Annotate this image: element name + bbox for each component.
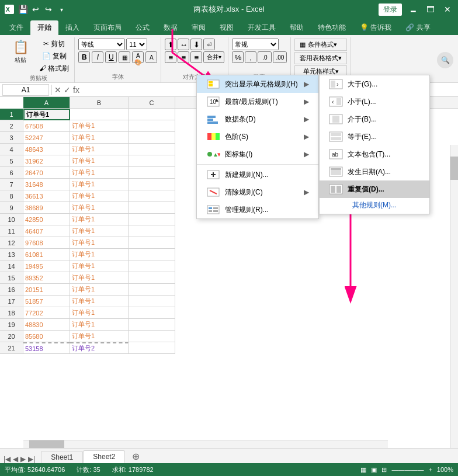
cell-c15[interactable] <box>129 272 175 284</box>
tab-file[interactable]: 文件 <box>2 20 30 35</box>
tab-home[interactable]: 开始 <box>30 20 58 35</box>
cell-b3[interactable]: 订单号1 <box>70 132 129 144</box>
cell-a16[interactable]: 20151 <box>23 284 70 296</box>
vscroll-thumb[interactable] <box>450 157 458 180</box>
cell-c19[interactable] <box>129 319 175 331</box>
menu-item-databar[interactable]: 数据条(D) ▶ <box>197 110 318 128</box>
cell-a15[interactable]: 89352 <box>23 272 70 284</box>
underline-button[interactable]: U <box>105 51 117 63</box>
increase-decimal-button[interactable]: .0 <box>258 51 272 63</box>
format-as-table-button[interactable]: 套用表格格式▾ <box>294 52 347 64</box>
row-header-18[interactable]: 18 <box>0 307 23 319</box>
align-right-button[interactable]: ≡ <box>190 51 202 63</box>
save-icon[interactable]: 💾 <box>18 4 28 15</box>
cancel-formula-icon[interactable]: ✕ <box>54 85 61 95</box>
cell-c21[interactable] <box>129 342 175 354</box>
submenu-textcontains[interactable]: ab 文本包含(T)... <box>320 145 429 163</box>
cell-a18[interactable]: 77202 <box>23 307 70 319</box>
row-header-9[interactable]: 9 <box>0 202 23 214</box>
cell-b14[interactable]: 订单号1 <box>70 260 129 272</box>
cell-c5[interactable] <box>129 155 175 167</box>
menu-item-colorscale[interactable]: 色阶(S) ▶ <box>197 128 318 145</box>
cell-a9[interactable]: 38689 <box>23 202 70 214</box>
cell-a12[interactable]: 97608 <box>23 237 70 249</box>
confirm-formula-icon[interactable]: ✓ <box>64 85 71 95</box>
sheet-nav-last[interactable]: ▶| <box>27 455 36 463</box>
tab-formulas[interactable]: 公式 <box>129 20 157 35</box>
qat-dropdown-icon[interactable]: ▾ <box>56 4 67 15</box>
row-header-15[interactable]: 15 <box>0 272 23 284</box>
col-header-c[interactable]: C <box>129 97 175 108</box>
cell-a21[interactable]: 53158 <box>23 342 70 354</box>
tab-review[interactable]: 审阅 <box>185 20 213 35</box>
tab-data[interactable]: 数据 <box>157 20 185 35</box>
cell-a2[interactable]: 67508 <box>23 120 70 132</box>
menu-item-highlight[interactable]: 突出显示单元格规则(H) ▶ <box>197 75 318 93</box>
comma-button[interactable]: , <box>245 51 256 63</box>
col-header-a[interactable]: A <box>23 97 70 108</box>
row-header-6[interactable]: 6 <box>0 167 23 179</box>
align-top-button[interactable]: ⬆ <box>165 39 176 50</box>
cell-c18[interactable] <box>129 307 175 319</box>
row-header-16[interactable]: 16 <box>0 284 23 296</box>
cell-c3[interactable] <box>129 132 175 144</box>
add-sheet-button[interactable]: ⊕ <box>127 450 144 463</box>
cell-a8[interactable]: 36613 <box>23 190 70 202</box>
bold-button[interactable]: B <box>78 51 90 63</box>
conditional-format-button[interactable]: ▦ 条件格式▾ <box>294 39 347 51</box>
cell-b15[interactable]: 订单号1 <box>70 272 129 284</box>
row-header-2[interactable]: 2 <box>0 120 23 132</box>
cell-a19[interactable]: 48830 <box>23 319 70 331</box>
sheet-nav-prev[interactable]: ◀ <box>12 455 19 463</box>
cell-b8[interactable]: 订单号1 <box>70 190 129 202</box>
cell-c14[interactable] <box>129 260 175 272</box>
menu-item-iconset[interactable]: ▲▼ 图标集(I) ▶ <box>197 145 318 163</box>
cell-c4[interactable] <box>129 144 175 155</box>
cell-a4[interactable]: 48643 <box>23 144 70 155</box>
cell-b18[interactable]: 订单号1 <box>70 307 129 319</box>
search-button[interactable]: 🔍 <box>437 52 453 68</box>
view-layout-icon[interactable]: ▣ <box>371 466 377 474</box>
font-color-button[interactable]: A <box>145 51 157 63</box>
cell-c17[interactable] <box>129 296 175 307</box>
font-name-select[interactable]: 等线 <box>78 39 125 50</box>
row-header-7[interactable]: 7 <box>0 179 23 190</box>
cell-b10[interactable]: 订单号1 <box>70 214 129 225</box>
tab-special[interactable]: 特色功能 <box>311 20 353 35</box>
insert-function-icon[interactable]: fx <box>73 85 79 95</box>
cell-b1[interactable] <box>70 109 129 120</box>
cell-c10[interactable] <box>129 214 175 225</box>
cell-b5[interactable]: 订单号1 <box>70 155 129 167</box>
align-middle-button[interactable]: ↔ <box>178 39 189 50</box>
cell-a20[interactable]: 85680 <box>23 331 70 342</box>
sheet-nav-next[interactable]: ▶ <box>19 455 27 463</box>
cell-b16[interactable]: 订单号1 <box>70 284 129 296</box>
cell-c7[interactable] <box>129 179 175 190</box>
cell-c20[interactable] <box>129 331 175 342</box>
cell-a14[interactable]: 19495 <box>23 260 70 272</box>
undo-icon[interactable]: ↩ <box>30 4 41 15</box>
cell-a7[interactable]: 31648 <box>23 179 70 190</box>
sheet-nav-first[interactable]: |◀ <box>2 455 12 463</box>
view-pagebreak-icon[interactable]: ⊞ <box>381 466 387 474</box>
cell-c2[interactable] <box>129 120 175 132</box>
cell-b17[interactable]: 订单号1 <box>70 296 129 307</box>
align-left-button[interactable]: ≡ <box>165 51 176 63</box>
cell-b7[interactable]: 订单号1 <box>70 179 129 190</box>
row-header-13[interactable]: 13 <box>0 249 23 260</box>
hscroll-thumb[interactable] <box>29 440 64 449</box>
row-header-21[interactable]: 21 <box>0 342 23 354</box>
italic-button[interactable]: I <box>92 51 103 63</box>
row-header-19[interactable]: 19 <box>0 319 23 331</box>
cell-c16[interactable] <box>129 284 175 296</box>
row-header-20[interactable]: 20 <box>0 331 23 342</box>
submenu-greaterthan[interactable]: › 大于(G)... <box>320 75 429 93</box>
cell-c11[interactable] <box>129 225 175 237</box>
row-header-4[interactable]: 4 <box>0 144 23 155</box>
cell-b11[interactable]: 订单号1 <box>70 225 129 237</box>
cell-a6[interactable]: 26470 <box>23 167 70 179</box>
sheet-tab-sheet1[interactable]: Sheet1 <box>41 451 83 463</box>
col-header-b[interactable]: B <box>70 97 129 108</box>
row-header-10[interactable]: 10 <box>0 214 23 225</box>
align-bottom-button[interactable]: ⬇ <box>190 39 202 50</box>
